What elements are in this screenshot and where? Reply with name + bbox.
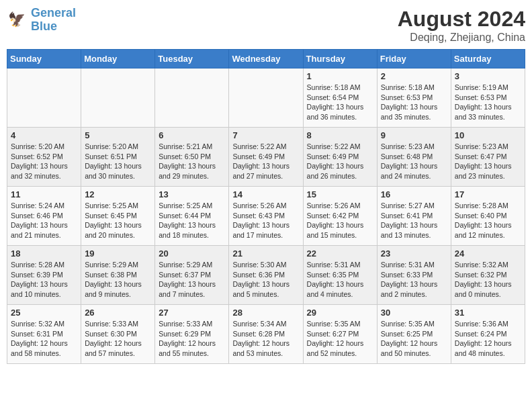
day-number: 19 xyxy=(85,248,151,259)
calendar-cell-4-1: 26Sunrise: 5:33 AM Sunset: 6:30 PM Dayli… xyxy=(81,305,155,364)
calendar-cell-4-4: 29Sunrise: 5:35 AM Sunset: 6:27 PM Dayli… xyxy=(303,305,377,364)
weekday-header-sunday: Sunday xyxy=(7,50,81,68)
cell-info: Sunrise: 5:24 AM Sunset: 6:46 PM Dayligh… xyxy=(11,201,77,240)
calendar-cell-1-1: 5Sunrise: 5:20 AM Sunset: 6:51 PM Daylig… xyxy=(81,128,155,187)
calendar-cell-0-5: 2Sunrise: 5:18 AM Sunset: 6:53 PM Daylig… xyxy=(377,68,451,128)
weekday-header-wednesday: Wednesday xyxy=(229,50,303,68)
day-number: 26 xyxy=(85,308,151,318)
day-number: 6 xyxy=(159,130,225,140)
calendar-cell-0-4: 1Sunrise: 5:18 AM Sunset: 6:54 PM Daylig… xyxy=(303,68,377,128)
calendar-cell-2-5: 16Sunrise: 5:27 AM Sunset: 6:41 PM Dayli… xyxy=(377,187,451,246)
day-number: 28 xyxy=(232,308,299,318)
cell-info: Sunrise: 5:25 AM Sunset: 6:45 PM Dayligh… xyxy=(85,201,151,240)
calendar-cell-0-0 xyxy=(7,68,81,128)
day-number: 3 xyxy=(455,71,521,81)
weekday-header-saturday: Saturday xyxy=(451,50,525,68)
cell-info: Sunrise: 5:30 AM Sunset: 6:36 PM Dayligh… xyxy=(232,260,299,300)
logo-text: General Blue xyxy=(31,7,76,34)
day-number: 27 xyxy=(159,308,225,318)
calendar-cell-1-0: 4Sunrise: 5:20 AM Sunset: 6:52 PM Daylig… xyxy=(7,128,81,187)
cell-info: Sunrise: 5:33 AM Sunset: 6:29 PM Dayligh… xyxy=(159,319,225,359)
cell-info: Sunrise: 5:28 AM Sunset: 6:40 PM Dayligh… xyxy=(455,201,521,240)
day-number: 18 xyxy=(11,248,77,259)
day-number: 11 xyxy=(11,189,77,199)
day-number: 30 xyxy=(381,308,447,318)
calendar-cell-3-1: 19Sunrise: 5:29 AM Sunset: 6:38 PM Dayli… xyxy=(81,246,155,305)
calendar-cell-4-0: 25Sunrise: 5:32 AM Sunset: 6:31 PM Dayli… xyxy=(7,305,81,364)
calendar-cell-3-4: 22Sunrise: 5:31 AM Sunset: 6:35 PM Dayli… xyxy=(303,246,377,305)
cell-info: Sunrise: 5:31 AM Sunset: 6:33 PM Dayligh… xyxy=(381,260,447,300)
calendar-cell-4-3: 28Sunrise: 5:34 AM Sunset: 6:28 PM Dayli… xyxy=(229,305,303,364)
calendar-cell-3-6: 24Sunrise: 5:32 AM Sunset: 6:32 PM Dayli… xyxy=(451,246,525,305)
week-row-3: 11Sunrise: 5:24 AM Sunset: 6:46 PM Dayli… xyxy=(7,187,525,246)
calendar-cell-2-2: 13Sunrise: 5:25 AM Sunset: 6:44 PM Dayli… xyxy=(155,187,229,246)
calendar-cell-1-6: 10Sunrise: 5:23 AM Sunset: 6:47 PM Dayli… xyxy=(451,128,525,187)
weekday-header-thursday: Thursday xyxy=(303,50,377,68)
cell-info: Sunrise: 5:29 AM Sunset: 6:38 PM Dayligh… xyxy=(85,260,151,300)
weekday-header-tuesday: Tuesday xyxy=(155,50,229,68)
calendar-cell-2-3: 14Sunrise: 5:26 AM Sunset: 6:43 PM Dayli… xyxy=(229,187,303,246)
day-number: 10 xyxy=(455,130,521,140)
day-number: 13 xyxy=(159,189,225,199)
cell-info: Sunrise: 5:20 AM Sunset: 6:51 PM Dayligh… xyxy=(85,142,151,181)
calendar-cell-3-0: 18Sunrise: 5:28 AM Sunset: 6:39 PM Dayli… xyxy=(7,246,81,305)
calendar-cell-0-1 xyxy=(81,68,155,128)
day-number: 21 xyxy=(232,248,299,259)
day-number: 9 xyxy=(381,130,447,140)
cell-info: Sunrise: 5:18 AM Sunset: 6:53 PM Dayligh… xyxy=(381,83,447,122)
weekday-header-monday: Monday xyxy=(81,50,155,68)
day-number: 23 xyxy=(381,248,447,259)
calendar-cell-3-2: 20Sunrise: 5:29 AM Sunset: 6:37 PM Dayli… xyxy=(155,246,229,305)
logo-general: General xyxy=(31,6,76,19)
calendar-cell-2-0: 11Sunrise: 5:24 AM Sunset: 6:46 PM Dayli… xyxy=(7,187,81,246)
cell-info: Sunrise: 5:31 AM Sunset: 6:35 PM Dayligh… xyxy=(307,260,373,300)
day-number: 29 xyxy=(307,308,373,318)
cell-info: Sunrise: 5:32 AM Sunset: 6:32 PM Dayligh… xyxy=(455,260,521,300)
week-row-1: 1Sunrise: 5:18 AM Sunset: 6:54 PM Daylig… xyxy=(7,68,525,128)
day-number: 12 xyxy=(85,189,151,199)
day-number: 20 xyxy=(159,248,225,259)
calendar-cell-1-4: 8Sunrise: 5:22 AM Sunset: 6:49 PM Daylig… xyxy=(303,128,377,187)
day-number: 22 xyxy=(307,248,373,259)
day-number: 2 xyxy=(381,71,447,81)
cell-info: Sunrise: 5:29 AM Sunset: 6:37 PM Dayligh… xyxy=(159,260,225,300)
calendar-cell-1-2: 6Sunrise: 5:21 AM Sunset: 6:50 PM Daylig… xyxy=(155,128,229,187)
calendar-cell-2-1: 12Sunrise: 5:25 AM Sunset: 6:45 PM Dayli… xyxy=(81,187,155,246)
logo-icon: 🦅 xyxy=(7,9,28,31)
calendar-cell-3-3: 21Sunrise: 5:30 AM Sunset: 6:36 PM Dayli… xyxy=(229,246,303,305)
calendar-cell-4-5: 30Sunrise: 5:35 AM Sunset: 6:25 PM Dayli… xyxy=(377,305,451,364)
day-number: 24 xyxy=(455,248,521,259)
day-number: 1 xyxy=(307,71,373,81)
cell-info: Sunrise: 5:36 AM Sunset: 6:24 PM Dayligh… xyxy=(455,319,521,359)
calendar-cell-4-2: 27Sunrise: 5:33 AM Sunset: 6:29 PM Dayli… xyxy=(155,305,229,364)
calendar-cell-0-2 xyxy=(155,68,229,128)
day-number: 4 xyxy=(11,130,77,140)
cell-info: Sunrise: 5:26 AM Sunset: 6:42 PM Dayligh… xyxy=(307,201,373,240)
week-row-4: 18Sunrise: 5:28 AM Sunset: 6:39 PM Dayli… xyxy=(7,246,525,305)
cell-info: Sunrise: 5:23 AM Sunset: 6:48 PM Dayligh… xyxy=(381,142,447,181)
page-header: 🦅 General Blue August 2024 Deqing, Zheji… xyxy=(7,7,525,44)
day-number: 7 xyxy=(232,130,299,140)
day-number: 17 xyxy=(455,189,521,199)
title-block: August 2024 Deqing, Zhejiang, China xyxy=(398,7,525,44)
week-row-5: 25Sunrise: 5:32 AM Sunset: 6:31 PM Dayli… xyxy=(7,305,525,364)
day-number: 25 xyxy=(11,308,77,318)
logo-blue: Blue xyxy=(31,19,57,33)
cell-info: Sunrise: 5:35 AM Sunset: 6:27 PM Dayligh… xyxy=(307,319,373,359)
calendar-cell-4-6: 31Sunrise: 5:36 AM Sunset: 6:24 PM Dayli… xyxy=(451,305,525,364)
calendar-cell-1-3: 7Sunrise: 5:22 AM Sunset: 6:49 PM Daylig… xyxy=(229,128,303,187)
day-number: 14 xyxy=(232,189,299,199)
week-row-2: 4Sunrise: 5:20 AM Sunset: 6:52 PM Daylig… xyxy=(7,128,525,187)
day-number: 5 xyxy=(85,130,151,140)
calendar-cell-3-5: 23Sunrise: 5:31 AM Sunset: 6:33 PM Dayli… xyxy=(377,246,451,305)
cell-info: Sunrise: 5:27 AM Sunset: 6:41 PM Dayligh… xyxy=(381,201,447,240)
cell-info: Sunrise: 5:22 AM Sunset: 6:49 PM Dayligh… xyxy=(232,142,299,181)
cell-info: Sunrise: 5:26 AM Sunset: 6:43 PM Dayligh… xyxy=(232,201,299,240)
svg-text:🦅: 🦅 xyxy=(8,11,26,28)
logo: 🦅 General Blue xyxy=(7,7,76,34)
day-number: 16 xyxy=(381,189,447,199)
cell-info: Sunrise: 5:28 AM Sunset: 6:39 PM Dayligh… xyxy=(11,260,77,300)
cell-info: Sunrise: 5:22 AM Sunset: 6:49 PM Dayligh… xyxy=(307,142,373,181)
month-year: August 2024 xyxy=(398,7,525,32)
calendar-table: SundayMondayTuesdayWednesdayThursdayFrid… xyxy=(7,49,525,364)
